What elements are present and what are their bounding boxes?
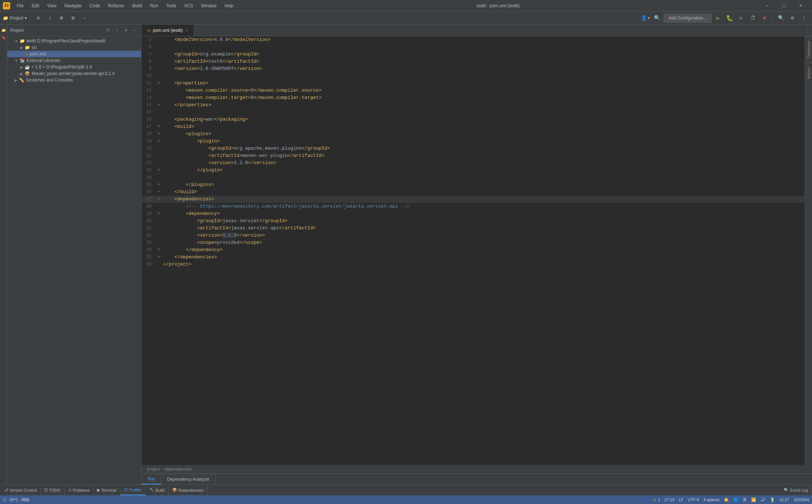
run-button[interactable]: ▶ <box>713 13 723 23</box>
status-bar: ☐ 29°C 晴朗 ⚠ 1 27:19 LF UTF-8 4 spaces 🔔 … <box>0 495 812 504</box>
code-line: 13 <maven.compiler.target>8</maven.compi… <box>141 94 805 101</box>
debug-button[interactable]: 🐛 <box>725 13 735 23</box>
status-weather: 晴朗 <box>21 497 29 503</box>
database-tab[interactable]: Database <box>805 36 812 62</box>
main-toolbar: 📁 Project ▾ ⊙ ↕ ⊞ ⚙ − 👤▾ 🔍 Add Configura… <box>0 12 812 25</box>
project-label-text: Project <box>10 16 23 21</box>
collapse-all-icon[interactable]: ↕ <box>113 27 121 34</box>
build-tab[interactable]: 🔨 Build <box>146 485 169 495</box>
status-temp: 29°C <box>9 497 18 502</box>
add-configuration-button[interactable]: Add Configuration... <box>664 14 712 22</box>
settings-icon[interactable]: ⚙ <box>122 27 129 34</box>
breadcrumb-separator: › <box>162 467 163 472</box>
status-time: 12:27 <box>779 497 790 502</box>
settings-gear-button[interactable]: ⚙ <box>787 13 798 23</box>
status-position[interactable]: 27:19 <box>664 497 675 502</box>
event-log-tab[interactable]: 🔍 Event Log <box>780 485 812 495</box>
status-linesep[interactable]: LF <box>679 497 684 502</box>
maximize-button[interactable]: □ <box>776 0 792 12</box>
code-line: 33 <scope>provided</scope> <box>141 239 805 246</box>
tab-close-icon[interactable]: × <box>186 28 188 32</box>
minimize-button[interactable]: − <box>759 0 776 12</box>
tree-item-scratches[interactable]: ▶ ✏️ Scratches and Consoles <box>7 77 141 83</box>
menu-run[interactable]: Run <box>146 2 162 10</box>
tab-more-button[interactable]: ⋮ <box>803 25 812 36</box>
maven-tab[interactable]: Maven <box>805 62 812 83</box>
editor-content[interactable]: 5 <modelVersion>4.0.0</modelVersion> 6 7… <box>141 36 805 465</box>
spacer <box>208 485 780 495</box>
project-tree: ▼ 📁 test6 D:\ProgramFiles\JavaProjects\t… <box>7 36 141 484</box>
tab-dependency-analyzer[interactable]: Dependency Analyzer <box>161 474 216 484</box>
close-button[interactable]: × <box>792 0 809 12</box>
menu-build[interactable]: Build <box>129 2 146 10</box>
tree-item-src[interactable]: ▶ 📁 src <box>7 44 141 51</box>
tree-item-test6[interactable]: ▼ 📁 test6 D:\ProgramFiles\JavaProjects\t… <box>7 38 141 44</box>
menu-code[interactable]: Code <box>86 2 104 10</box>
code-line: 9 <version>1.0-SNAPSHOT</version> <box>141 65 805 72</box>
menu-edit[interactable]: Edit <box>28 2 43 10</box>
menu-refactor[interactable]: Refactor <box>104 2 128 10</box>
coverage-button[interactable]: ▷ <box>736 13 746 23</box>
more-actions-button[interactable]: ⋮ <box>799 13 809 23</box>
menu-vcs[interactable]: VCS <box>181 2 197 10</box>
scope-icon[interactable]: ⊙ <box>33 13 43 23</box>
tree-item-servlet[interactable]: ▶ 📦 Maven: javax.servlet:javax.servlet-a… <box>7 70 141 77</box>
tree-item-label: Maven: javax.servlet:javax.servlet-api:3… <box>32 71 115 76</box>
expand-icon[interactable]: ⊞ <box>56 13 66 23</box>
menu-file[interactable]: File <box>13 2 27 10</box>
sort-icon[interactable]: ↕ <box>45 13 55 23</box>
tree-item-jdk[interactable]: ▶ ☕ < 1.8 > D:\ProgramFiles\jdk-1.8 <box>7 64 141 70</box>
settings-icon[interactable]: ⚙ <box>68 13 78 23</box>
search-everywhere-button[interactable]: 🔍 <box>776 13 786 23</box>
event-log-icon: 🔍 <box>784 488 789 492</box>
hide-icon[interactable]: − <box>131 27 138 34</box>
app-icon: IJ <box>3 2 10 9</box>
bookmarks-icon[interactable]: 🔖 <box>1 35 7 41</box>
breadcrumb-project[interactable]: project <box>147 467 160 472</box>
editor-tab-pom[interactable]: m pom.xml (test6) × <box>141 25 194 36</box>
problems-tab[interactable]: ⚠ Problems <box>65 485 94 495</box>
dependencies-icon: 📦 <box>172 488 177 492</box>
profiler-tab[interactable]: ⏱ Profiler <box>120 485 146 495</box>
vcs-icon: ⎇ <box>4 488 8 492</box>
menu-tools[interactable]: Tools <box>162 2 180 10</box>
menu-navigate[interactable]: Navigate <box>61 2 85 10</box>
code-line: 25 ▼ </plugins> <box>141 181 805 188</box>
menu-help[interactable]: Help <box>221 2 237 10</box>
code-line-27: 27 ▼ <dependencies> <box>141 196 805 203</box>
version-control-tab[interactable]: ⎇ Version Control <box>0 485 41 495</box>
code-line: 32 <version>3.1.0</version> <box>141 232 805 239</box>
project-icon[interactable]: 📁 <box>1 28 7 33</box>
tree-item-label: pom.xml <box>30 51 46 57</box>
tree-item-label: < 1.8 > D:\ProgramFiles\jdk-1.8 <box>32 64 92 70</box>
tab-text[interactable]: Text <box>141 474 161 484</box>
warning-indicator[interactable]: ⚠ 1 <box>653 497 660 502</box>
menu-view[interactable]: View <box>44 2 60 10</box>
menu-bar: File Edit View Navigate Code Refactor Bu… <box>13 2 237 10</box>
status-indent[interactable]: 4 spaces <box>704 497 720 502</box>
toolbar-separator-2 <box>772 14 773 22</box>
dependencies-tab[interactable]: 📦 Dependencies <box>169 485 208 495</box>
code-line: 17 ▼ <build> <box>141 123 805 130</box>
code-line: 21 <artifactId>maven-war-plugin</artifac… <box>141 152 805 159</box>
status-network: 🌐 <box>733 497 738 502</box>
project-dropdown[interactable]: 📁 Project ▾ <box>3 16 27 21</box>
breadcrumb-dependencies[interactable]: dependencies <box>165 467 192 472</box>
collapse-icon[interactable]: − <box>79 13 90 23</box>
browse-button[interactable]: 🔍 <box>652 13 662 23</box>
terminal-tab[interactable]: ▶ Terminal <box>94 485 120 495</box>
profiler-button[interactable]: ⏱ <box>748 13 758 23</box>
warning-count: 1 <box>658 497 660 502</box>
stop-button[interactable]: ■ <box>759 13 770 23</box>
menu-window[interactable]: Window <box>198 2 220 10</box>
tree-item-pom[interactable]: ▶ m pom.xml <box>7 51 141 57</box>
code-line: 11 ▼ <properties> <box>141 80 805 87</box>
left-activity-bar: 📁 🔖 <box>0 25 7 484</box>
tree-item-external-libs[interactable]: ▼ 📚 External Libraries <box>7 57 141 64</box>
status-left: ☐ 29°C 晴朗 <box>3 497 29 503</box>
sync-icon[interactable]: ⟳ <box>105 27 112 34</box>
status-encoding[interactable]: UTF-8 <box>688 497 699 502</box>
code-line: 29 ▼ <dependency> <box>141 210 805 217</box>
profile-button[interactable]: 👤▾ <box>641 13 651 23</box>
todo-tab[interactable]: ☑ TODO <box>41 485 65 495</box>
